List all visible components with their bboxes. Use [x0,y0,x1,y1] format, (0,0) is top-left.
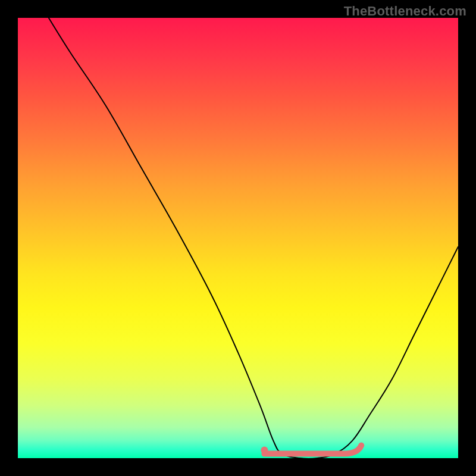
watermark-text: TheBottleneck.com [344,4,466,19]
chart-svg [18,18,458,458]
plot-area [18,18,458,458]
bottleneck-curve [49,18,458,459]
chart-container: TheBottleneck.com [0,0,476,476]
optimal-zone-marker [261,447,268,454]
